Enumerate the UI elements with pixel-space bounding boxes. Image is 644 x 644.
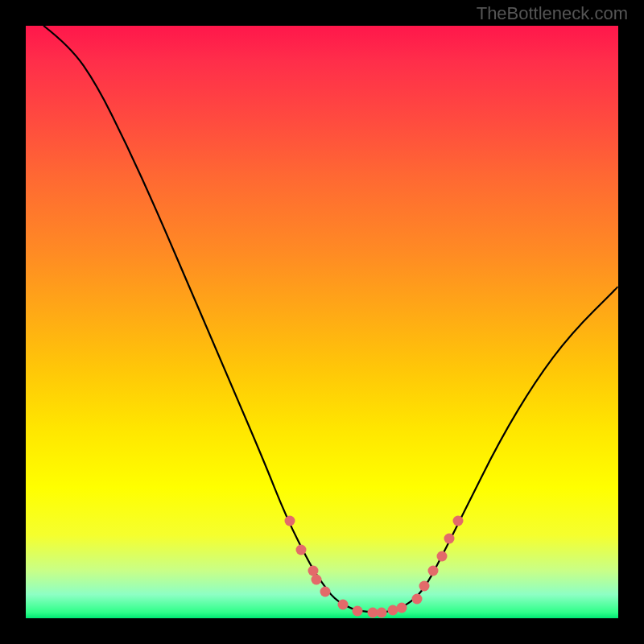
highlight-dot [436,551,447,561]
plot-area [26,26,618,618]
highlight-dot [453,515,464,526]
highlight-dot [411,593,422,604]
watermark-text: TheBottleneck.com [477,3,628,24]
highlight-dot [353,606,363,617]
highlight-dot [311,575,321,585]
highlight-dot [397,602,407,613]
highlight-dot [428,566,439,576]
highlight-dot [337,600,348,610]
highlight-dot [376,607,386,617]
bottleneck-curve [43,26,618,613]
highlight-dot [444,533,455,543]
highlight-dot [419,580,429,591]
curve-svg [26,26,618,618]
highlight-dot [284,515,295,526]
highlight-dot [320,586,330,597]
highlight-dot [296,545,307,555]
